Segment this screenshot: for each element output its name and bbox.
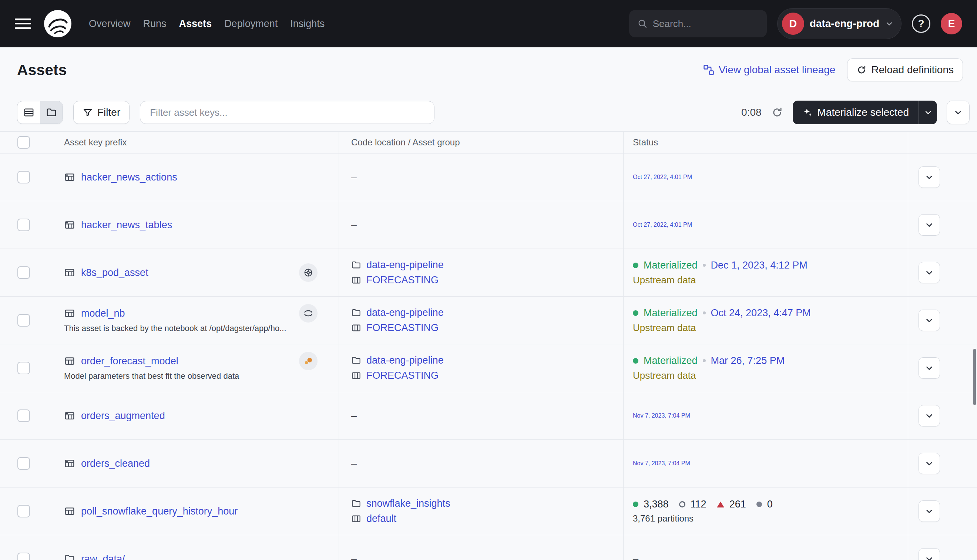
deployment-switcher[interactable]: D data-eng-prod <box>777 8 902 39</box>
view-global-asset-lineage-link[interactable]: View global asset lineage <box>703 64 835 76</box>
lineage-link-label: View global asset lineage <box>719 64 835 76</box>
status-date-link[interactable]: Dec 1, 2023, 4:12 PM <box>711 260 808 271</box>
upstream-data-label: Upstream data <box>633 322 908 333</box>
asset-table-icon <box>64 267 75 278</box>
chevron-down-icon <box>924 458 934 468</box>
row-checkbox[interactable] <box>17 314 30 327</box>
row-checkbox[interactable] <box>17 266 30 279</box>
status-date-link[interactable]: Mar 26, 7:25 PM <box>711 355 785 367</box>
status-date-link[interactable]: Oct 24, 2023, 4:47 PM <box>711 307 811 319</box>
materialize-dropdown-toggle[interactable] <box>919 101 937 124</box>
filter-asset-keys-input[interactable] <box>140 101 434 124</box>
asset-description: This asset is backed by the notebook at … <box>64 323 327 333</box>
row-expand-button[interactable] <box>919 310 940 331</box>
select-all-checkbox[interactable] <box>17 136 30 149</box>
row-checkbox[interactable] <box>17 410 30 422</box>
asset-name-link[interactable]: model_nb <box>81 308 125 319</box>
code-location-link[interactable]: data-eng-pipeline <box>351 259 623 271</box>
asset-name-link[interactable]: hacker_news_actions <box>81 172 177 183</box>
table-header-row: Asset key prefix Code location / Asset g… <box>0 132 977 153</box>
reload-icon <box>856 65 867 75</box>
missing-count-ring-icon <box>679 501 685 507</box>
assets-toolbar: Filter 0:08 Materialize selected <box>17 101 970 124</box>
user-avatar[interactable]: E <box>941 13 962 34</box>
chevron-down-icon <box>924 315 934 325</box>
asset-group-link[interactable]: FORECASTING <box>351 275 623 286</box>
location-empty: – <box>351 172 623 183</box>
folder-icon <box>46 107 57 118</box>
nav-item-insights[interactable]: Insights <box>290 18 324 30</box>
location-empty: – <box>351 458 623 469</box>
asset-group-link[interactable]: FORECASTING <box>351 370 623 382</box>
table-row: order_forecast_model Model parameters th… <box>0 344 977 392</box>
list-view-toggle[interactable] <box>17 102 40 123</box>
asset-prefix-link[interactable]: raw_data/ <box>81 553 125 560</box>
asset-name-link[interactable]: orders_cleaned <box>81 458 150 469</box>
location-empty: – <box>351 553 623 560</box>
asset-name-link[interactable]: hacker_news_tables <box>81 219 172 231</box>
row-checkbox[interactable] <box>17 218 30 231</box>
asset-group-label: FORECASTING <box>366 275 439 286</box>
chevron-down-icon <box>924 108 933 117</box>
notebook-icon <box>303 308 314 319</box>
row-expand-button[interactable] <box>919 357 940 379</box>
asset-group-link[interactable]: default <box>351 513 623 525</box>
nav-item-assets[interactable]: Assets <box>179 18 212 30</box>
refresh-button[interactable] <box>771 107 783 118</box>
status-date-link[interactable]: Oct 27, 2022, 4:01 PM <box>633 174 908 180</box>
menu-icon[interactable] <box>15 17 31 30</box>
row-expand-button[interactable] <box>919 405 940 427</box>
help-button[interactable]: ? <box>912 15 930 33</box>
asset-name-link[interactable]: k8s_pod_asset <box>81 267 149 278</box>
status-date-link[interactable]: Oct 27, 2022, 4:01 PM <box>633 222 908 228</box>
asset-group-label: default <box>366 513 396 525</box>
asset-name-link[interactable]: order_forecast_model <box>81 355 179 367</box>
row-checkbox[interactable] <box>17 505 30 517</box>
row-checkbox[interactable] <box>17 362 30 374</box>
row-expand-button[interactable] <box>919 548 940 560</box>
lineage-icon <box>703 64 714 75</box>
materialize-selected-button[interactable]: Materialize selected <box>793 101 919 124</box>
materialized-count-dot <box>633 502 638 507</box>
separator-dot <box>703 264 706 267</box>
row-expand-button[interactable] <box>919 167 940 188</box>
search-input[interactable] <box>653 18 777 30</box>
folder-view-toggle[interactable] <box>40 102 63 123</box>
kubernetes-icon <box>303 267 314 278</box>
nav-item-deployment[interactable]: Deployment <box>224 18 277 30</box>
table-row: hacker_news_tables – Oct 27, 2022, 4:01 … <box>0 201 977 249</box>
materialized-dot <box>633 310 638 316</box>
row-checkbox[interactable] <box>17 553 30 560</box>
folder-icon <box>351 308 361 318</box>
code-location-link[interactable]: data-eng-pipeline <box>351 307 623 318</box>
more-actions-button[interactable] <box>947 101 970 124</box>
row-checkbox[interactable] <box>17 171 30 183</box>
chevron-down-icon <box>924 411 934 420</box>
separator-dot <box>703 359 706 362</box>
row-expand-button[interactable] <box>919 500 940 522</box>
asset-group-icon <box>351 323 361 333</box>
status-date-link[interactable]: Nov 7, 2023, 7:04 PM <box>633 412 908 419</box>
deployment-avatar: D <box>782 13 804 35</box>
reload-definitions-button[interactable]: Reload definitions <box>847 58 963 82</box>
global-search[interactable]: / <box>629 10 767 37</box>
asset-group-label: FORECASTING <box>366 370 439 382</box>
table-row: k8s_pod_asset data-eng-pipeline FORECAST… <box>0 249 977 297</box>
asset-name-link[interactable]: orders_augmented <box>81 410 165 422</box>
nav-item-overview[interactable]: Overview <box>89 18 130 30</box>
row-expand-button[interactable] <box>919 262 940 283</box>
asset-group-link[interactable]: FORECASTING <box>351 322 623 333</box>
filter-button[interactable]: Filter <box>73 101 130 124</box>
status-date-link[interactable]: Nov 7, 2023, 7:04 PM <box>633 460 908 467</box>
row-expand-button[interactable] <box>919 453 940 474</box>
row-expand-button[interactable] <box>919 214 940 236</box>
scrollbar-thumb[interactable] <box>973 349 976 405</box>
materialized-count: 3,388 <box>643 498 669 510</box>
asset-group-icon <box>351 275 361 285</box>
row-checkbox[interactable] <box>17 457 30 470</box>
asset-name-link[interactable]: poll_snowflake_query_history_hour <box>81 506 237 517</box>
code-location-link[interactable]: snowflake_insights <box>351 498 623 509</box>
nav-item-runs[interactable]: Runs <box>143 18 167 30</box>
code-location-link[interactable]: data-eng-pipeline <box>351 355 623 366</box>
materialize-button-label: Materialize selected <box>817 107 909 118</box>
